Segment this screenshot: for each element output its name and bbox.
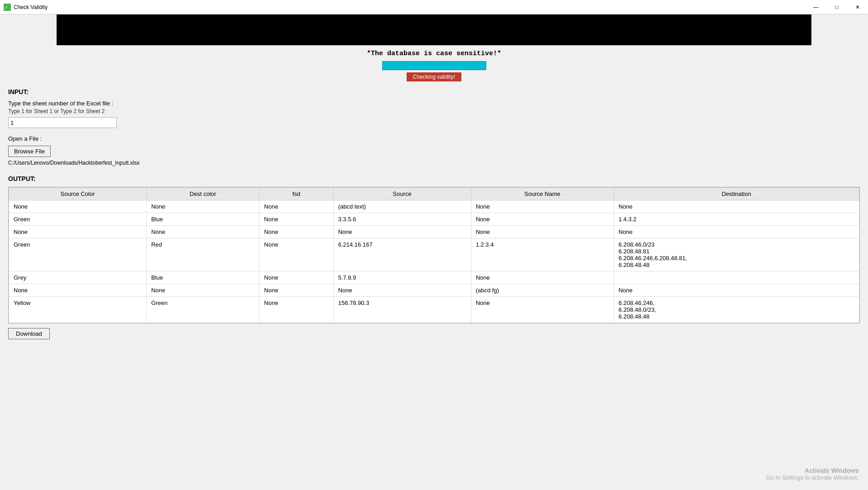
sheet-description: Type the sheet number of the Excel file …: [8, 100, 860, 107]
case-sensitive-text: *The database is case sensitive!*: [0, 50, 868, 57]
table-row: YellowGreenNone156.78.90.3None6.208.46.2…: [9, 297, 859, 323]
output-table: Source Color Dest color fsd Source Sourc…: [9, 187, 859, 323]
table-cell: (abcd text): [333, 200, 471, 213]
col-source: Source: [333, 188, 471, 200]
download-button[interactable]: Download: [8, 328, 50, 339]
table-cell: None: [333, 284, 471, 297]
table-cell: None: [259, 284, 333, 297]
table-row: GreenBlueNone3.3.5.6None1.4.3.2: [9, 213, 859, 226]
open-file-label: Open a File :: [8, 135, 860, 142]
window-controls: — □ ✕: [806, 0, 868, 14]
table-cell: 156.78.90.3: [333, 297, 471, 323]
table-cell: Green: [9, 213, 147, 226]
table-cell: None: [471, 213, 614, 226]
table-cell: 5.7.8.9: [333, 271, 471, 284]
table-row: NoneNoneNoneNone(abcd fg)None: [9, 284, 859, 297]
maximize-button[interactable]: □: [826, 0, 847, 14]
table-cell: None: [259, 200, 333, 213]
table-cell: None: [471, 271, 614, 284]
table-row: GreenRedNone6.214.16.1671.2.3.46.208.46.…: [9, 238, 859, 271]
table-cell: None: [259, 271, 333, 284]
sheet-input[interactable]: [8, 117, 117, 128]
col-source-name: Source Name: [471, 188, 614, 200]
file-path: C:/Users/Lenovo/Downloads/Hacktoberfest_…: [8, 160, 860, 166]
table-cell: Blue: [146, 213, 259, 226]
table-row: GreyBlueNone5.7.8.9None: [9, 271, 859, 284]
col-source-color: Source Color: [9, 188, 147, 200]
table-cell: None: [471, 297, 614, 323]
table-cell: None: [9, 200, 147, 213]
progress-bar: [382, 61, 486, 70]
table-cell: None: [146, 226, 259, 238]
table-cell: None: [614, 284, 859, 297]
table-cell: Yellow: [9, 297, 147, 323]
window-title: Check Validity: [14, 4, 48, 10]
table-cell: None: [259, 213, 333, 226]
table-cell: None: [259, 297, 333, 323]
col-dest-color: Dest color: [146, 188, 259, 200]
table-cell: Green: [9, 238, 147, 271]
input-label: INPUT:: [8, 88, 860, 95]
table-cell: None: [259, 226, 333, 238]
checking-validity-button[interactable]: Checking validity!: [407, 72, 461, 81]
col-destination: Destination: [614, 188, 859, 200]
table-cell: Green: [146, 297, 259, 323]
table-cell: 6.208.46.246, 6.208.48.0/23, 6.208.48.48: [614, 297, 859, 323]
browse-file-button[interactable]: Browse File: [8, 146, 51, 157]
table-cell: Red: [146, 238, 259, 271]
table-header-row: Source Color Dest color fsd Source Sourc…: [9, 188, 859, 200]
table-cell: None: [9, 226, 147, 238]
table-cell: Grey: [9, 271, 147, 284]
table-cell: None: [9, 284, 147, 297]
table-cell: [614, 271, 859, 284]
table-cell: 1.4.3.2: [614, 213, 859, 226]
table-cell: None: [146, 200, 259, 213]
table-cell: None: [614, 226, 859, 238]
table-cell: None: [259, 238, 333, 271]
output-table-container: Source Color Dest color fsd Source Sourc…: [8, 187, 860, 323]
table-cell: None: [471, 226, 614, 238]
table-cell: None: [333, 226, 471, 238]
svg-text:✓: ✓: [5, 5, 8, 10]
title-bar: ✓ Check Validity — □ ✕: [0, 0, 868, 14]
main-content: *The database is case sensitive!* Checki…: [0, 14, 868, 344]
banner-image: [57, 14, 811, 45]
input-section: INPUT: Type the sheet number of the Exce…: [0, 84, 868, 171]
col-fsd: fsd: [259, 188, 333, 200]
table-cell: 6.214.16.167: [333, 238, 471, 271]
activate-windows-watermark: Activate Windows Go to Settings to activ…: [766, 467, 859, 481]
table-row: NoneNoneNoneNoneNoneNone: [9, 226, 859, 238]
activate-windows-subtitle: Go to Settings to activate Windows.: [766, 474, 859, 481]
table-cell: 3.3.5.6: [333, 213, 471, 226]
table-cell: (abcd fg): [471, 284, 614, 297]
table-cell: None: [146, 284, 259, 297]
output-label: OUTPUT:: [8, 175, 860, 182]
table-row: NoneNoneNone(abcd text)NoneNone: [9, 200, 859, 213]
table-cell: 6.208.46.0/23 6.208.48.81 6.208.46.246,6…: [614, 238, 859, 271]
close-button[interactable]: ✕: [847, 0, 868, 14]
info-section: *The database is case sensitive!* Checki…: [0, 45, 868, 84]
table-cell: None: [614, 200, 859, 213]
table-cell: 1.2.3.4: [471, 238, 614, 271]
output-section: OUTPUT: Source Color Dest color fsd Sour…: [0, 171, 868, 344]
app-icon: ✓: [4, 4, 11, 11]
activate-windows-title: Activate Windows: [766, 467, 859, 474]
table-cell: Blue: [146, 271, 259, 284]
sheet-hint: Type 1 for Sheet 1 or Type 2 for Sheet 2: [8, 108, 860, 114]
table-cell: None: [471, 200, 614, 213]
minimize-button[interactable]: —: [806, 0, 826, 14]
